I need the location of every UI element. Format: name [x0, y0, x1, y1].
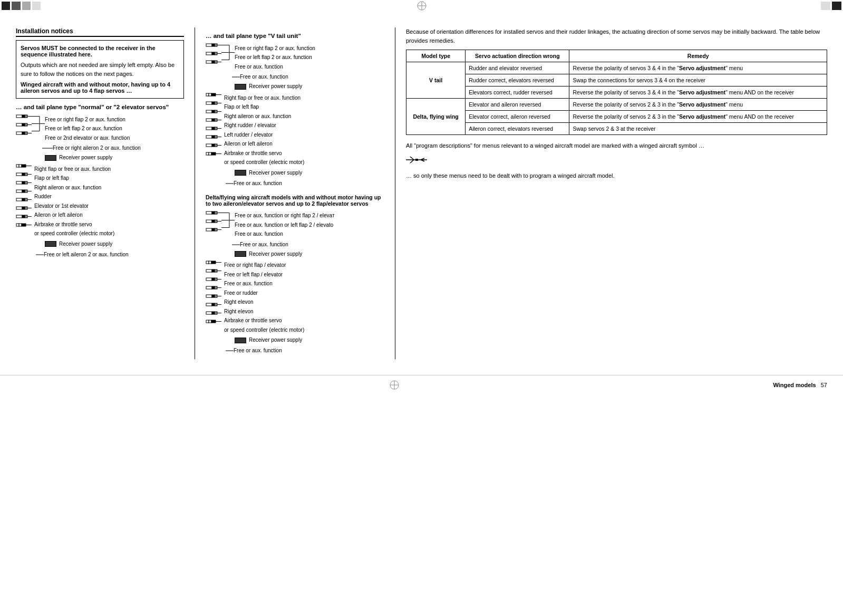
- connector-svg: [206, 286, 221, 293]
- svg-rect-43: [25, 207, 27, 209]
- svg-rect-98: [215, 144, 217, 147]
- delta-rudder: Free or rudder: [224, 289, 384, 297]
- connector-svg: [16, 114, 32, 122]
- remedy-delta-1: Reverse the polarity of servos 2 & 3 in …: [569, 99, 827, 111]
- svg-rect-144: [212, 303, 215, 306]
- svg-rect-80: [206, 110, 212, 113]
- direction-aileron-correct: Aileron correct, elevators reversed: [466, 123, 569, 135]
- svg-rect-107: [215, 211, 217, 214]
- connector-svg: [206, 110, 221, 117]
- svg-rect-26: [22, 173, 25, 176]
- connector-svg: [16, 206, 32, 214]
- svg-rect-114: [212, 228, 215, 231]
- normal-diagram-title: … and tail plane type "normal" or "2 ele…: [16, 104, 184, 110]
- label-power-supply-2: Receiver power supply: [59, 240, 112, 248]
- connector-svg: [206, 127, 221, 134]
- remedy-vtail-2: Swap the connections for servos 3 & 4 on…: [569, 74, 827, 86]
- svg-rect-132: [212, 278, 215, 281]
- svg-rect-84: [206, 119, 212, 121]
- svg-rect-23: [22, 165, 26, 167]
- special-connector-svg: [206, 261, 221, 268]
- vtail-free-aux: Free or aux. function: [234, 179, 282, 188]
- vtail-label-2: Free or left flap 2 or aux. function: [235, 53, 384, 62]
- footer-section: Winged models: [773, 382, 816, 388]
- table-row: Elevators correct, rudder reversed Rever…: [406, 86, 827, 99]
- svg-rect-96: [206, 144, 212, 147]
- svg-rect-133: [215, 278, 217, 281]
- svg-rect-94: [215, 136, 217, 138]
- intro-paragraph: Because of orientation differences for i…: [406, 27, 827, 45]
- svg-rect-82: [215, 110, 217, 113]
- connector-svg: [206, 311, 221, 319]
- power-rect: [235, 84, 246, 90]
- connector-svg: [16, 189, 32, 197]
- branch-lines: [221, 43, 237, 65]
- connector-svg: [16, 131, 32, 139]
- delta-speed-ctrl: or speed controller (electric motor): [224, 326, 384, 334]
- delta-label-2: Free or aux. function or left flap 2 / e…: [235, 221, 384, 229]
- vtail-speed-ctrl: or speed controller (electric motor): [224, 158, 384, 167]
- delta-diagram: Free or aux. function or right flap 2 / …: [206, 211, 384, 355]
- last-line: [36, 252, 44, 257]
- delta-label-3: Free or aux. function: [235, 230, 384, 238]
- connector-svg: [206, 228, 221, 235]
- svg-rect-37: [16, 198, 22, 201]
- svg-rect-54: [206, 44, 212, 46]
- svg-rect-141: [215, 295, 217, 297]
- svg-rect-35: [25, 190, 27, 192]
- svg-rect-149: [215, 312, 217, 314]
- delta-title: Delta/flying wing aircraft models with a…: [206, 194, 384, 207]
- delta-free-line: [226, 348, 234, 353]
- vtail-diagram: Free or right flap 2 or aux. function Fr…: [206, 43, 384, 188]
- svg-rect-135: [206, 286, 212, 289]
- deco-block: [32, 2, 41, 10]
- delta-indent: [232, 242, 240, 247]
- svg-rect-161: [415, 159, 418, 161]
- svg-rect-12: [22, 132, 25, 134]
- remedy-delta-3: Swap servos 2 & 3 at the receiver: [569, 123, 827, 135]
- bottom-text-1: All "program descriptions" for menus rel…: [406, 141, 827, 151]
- vtail-label-3: Free or aux. function: [235, 63, 384, 71]
- connector-svg: [206, 219, 221, 227]
- bottom-notes: All "program descriptions" for menus rel…: [406, 141, 827, 181]
- svg-rect-46: [22, 215, 25, 218]
- mid-column: … and tail plane type "V tail unit": [195, 27, 395, 359]
- svg-rect-33: [16, 190, 22, 192]
- svg-rect-9: [25, 123, 27, 126]
- special-connector-svg: [16, 164, 32, 171]
- svg-rect-100: [206, 152, 209, 155]
- table-row: Rudder correct, elevators reversed Swap …: [406, 74, 827, 86]
- svg-rect-45: [16, 215, 22, 218]
- label-flap2-left: Free or left flap 2 or aux. function: [45, 124, 184, 133]
- svg-rect-153: [211, 320, 216, 323]
- vtail-label-1: Free or right flap 2 or aux. function: [235, 44, 384, 53]
- connector-svg: [206, 303, 221, 310]
- svg-rect-56: [215, 44, 217, 46]
- svg-rect-41: [16, 207, 22, 209]
- delta-power: Receiver power supply: [249, 250, 302, 258]
- center-crosshair: [414, 0, 430, 12]
- vtail-right-rudder: Right rudder / elevator: [224, 121, 384, 130]
- vtail-left-flap: Flap or left flap: [224, 103, 384, 111]
- svg-rect-59: [212, 52, 215, 55]
- connector-svg: [206, 143, 221, 151]
- col-remedy: Remedy: [569, 50, 827, 62]
- page-content: Installation notices Servos MUST be conn…: [0, 12, 843, 370]
- delta-right-elevon: Right elevon: [224, 298, 384, 306]
- col-model-type: Model type: [406, 50, 466, 62]
- svg-rect-131: [206, 278, 212, 281]
- connector-svg: [206, 211, 221, 218]
- right-column: Because of orientation differences for i…: [395, 27, 827, 359]
- svg-rect-4: [22, 115, 25, 118]
- special-connector-svg: [206, 93, 221, 100]
- installation-notices-box: Servos MUST be connected to the receiver…: [16, 40, 184, 99]
- svg-rect-60: [215, 52, 217, 55]
- wing-symbol: [406, 155, 427, 165]
- delta-aux-indent: Free or aux. function: [240, 240, 288, 249]
- svg-rect-127: [206, 270, 212, 272]
- connector-svg: [206, 60, 221, 68]
- vtail-aux-indent: Free or aux. function: [240, 73, 288, 81]
- label-flap2-right: Free or right flap 2 or aux. function: [45, 116, 184, 124]
- footer-right: Winged models 57: [773, 382, 827, 388]
- connector-svg: [206, 43, 221, 51]
